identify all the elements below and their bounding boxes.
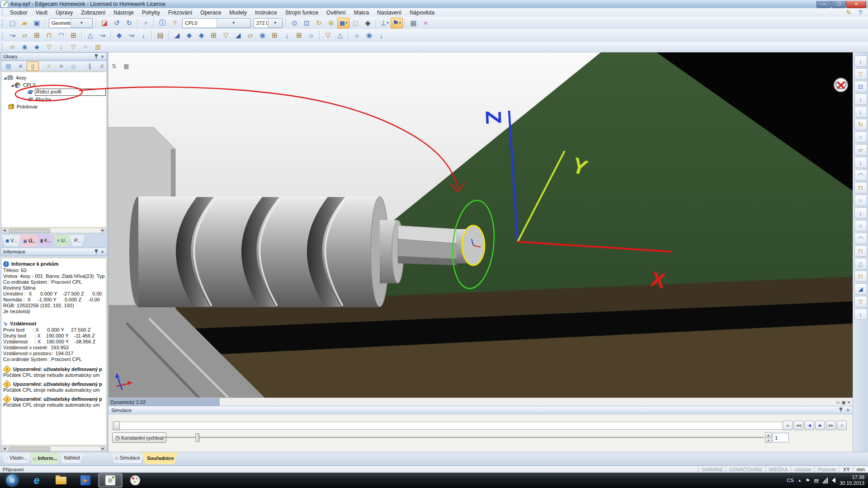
viewport-3d[interactable]: Z Y X Dynamický 2.02 ▭ ▣ ✕	[108, 52, 853, 406]
zoom-dynamic-icon[interactable]: ↓	[854, 94, 867, 105]
drill-cycle-icon[interactable]: ◢	[232, 30, 244, 41]
grid-toggle-icon[interactable]: ▽	[854, 296, 867, 307]
annotation-icon[interactable]: ↓	[375, 30, 387, 41]
frame-value-field[interactable]: 1	[773, 433, 789, 442]
pan-view-icon[interactable]: ↓	[854, 106, 867, 117]
material-icon[interactable]: ⊞	[67, 30, 80, 41]
menu-n-pov-da[interactable]: Nápověda	[406, 9, 439, 17]
show-hidden-icons[interactable]: ▲	[798, 479, 802, 483]
view-2d-icon[interactable]: △	[854, 258, 867, 269]
scroll-right-icon[interactable]: ▶	[100, 228, 106, 233]
section-view-icon[interactable]: ○	[351, 30, 363, 41]
close-panel-icon[interactable]: ✕	[846, 408, 850, 413]
menu-modely[interactable]: Modely	[225, 9, 251, 17]
plunge-icon[interactable]: ↓	[137, 30, 150, 41]
view-yz-icon[interactable]: ⊓	[854, 245, 867, 257]
step-forward-button[interactable]: ▶	[815, 421, 825, 430]
measure-query-icon[interactable]: ?	[169, 18, 181, 28]
stack-icon[interactable]: ≡	[14, 61, 27, 71]
view-front-icon[interactable]: ○	[854, 131, 867, 143]
status-toggle-polom-r[interactable]: Poloměr	[814, 466, 840, 473]
sim-tab-sou-adnice[interactable]: Souřadnice	[142, 452, 178, 464]
clipboard-icon[interactable]: ▤	[814, 478, 819, 483]
columns-icon[interactable]: ∥	[84, 61, 96, 71]
step-back-button[interactable]: ◀	[804, 421, 814, 430]
close-view-icon[interactable]: ✕	[847, 400, 851, 405]
status-toggle-sn-m-n[interactable]: SNÍMÁNÍ	[698, 466, 726, 473]
new-file-icon[interactable]: ▢	[6, 18, 19, 28]
view-right-icon[interactable]: ◠	[854, 169, 867, 181]
menu-vault[interactable]: Vault	[32, 9, 52, 17]
rapid-icon[interactable]: ◆	[113, 30, 125, 41]
feed-down-icon[interactable]: ▱	[6, 42, 19, 52]
sequence-icon[interactable]: ≡	[55, 61, 67, 71]
tree-item-ridici-profil[interactable]: Řídící profil	[2, 89, 106, 96]
menu-makra[interactable]: Makra	[350, 9, 373, 17]
minimize-button[interactable]: —	[816, 1, 831, 8]
grid-small-icon[interactable]: ▦	[120, 61, 132, 71]
render-view-icon[interactable]: ◆	[362, 18, 374, 28]
view-bottom-icon[interactable]: ○	[854, 195, 867, 206]
close-panel-icon[interactable]: ✕	[101, 249, 104, 254]
tree-item-plocha[interactable]: Plocha	[2, 96, 106, 103]
pin-icon[interactable]	[94, 249, 98, 254]
tree-item-polotovar[interactable]: Polotovar	[2, 103, 106, 110]
turn-rough-cycle-icon[interactable]: ◢	[171, 30, 183, 41]
action-center-flag-icon[interactable]: ⚑	[806, 478, 810, 483]
dimension-icon[interactable]: ◉	[363, 30, 375, 41]
swap-icon[interactable]: ⇅	[108, 61, 120, 71]
scroll-left-icon[interactable]: ◀	[1, 446, 8, 451]
volume-icon[interactable]	[832, 478, 835, 483]
undo-icon[interactable]: ↺	[111, 18, 123, 28]
eraser-icon[interactable]: ◪	[99, 18, 111, 28]
tool-post-icon[interactable]: ○	[80, 42, 92, 52]
menu-instrukce[interactable]: Instrukce	[251, 9, 281, 17]
turn-finish-cycle-icon[interactable]: ◆	[183, 30, 195, 41]
view-left-icon[interactable]: ↓	[854, 157, 867, 168]
view-back-icon[interactable]: ▱	[854, 144, 867, 155]
menu-zobrazen[interactable]: Zobrazení	[77, 9, 109, 17]
view-xz-icon[interactable]: ◠	[854, 233, 867, 244]
open-file-icon[interactable]: ▰	[19, 18, 31, 28]
maximize-view-icon[interactable]: ▣	[841, 400, 845, 405]
view-top-icon[interactable]: ⊓	[854, 182, 867, 193]
taskbar-paint[interactable]	[123, 474, 147, 487]
menu-pohyby[interactable]: Pohyby	[138, 9, 164, 17]
sim-zoom-button[interactable]: ◎	[837, 421, 847, 430]
panel-tab-vlastn[interactable]: Vlastn...	[2, 452, 31, 463]
menu-ov-en[interactable]: Ověření	[322, 9, 350, 17]
rotate-view-icon[interactable]: ↻	[313, 18, 325, 28]
taskbar-ie[interactable]: e	[25, 474, 48, 487]
jump-icon[interactable]: ◆	[31, 42, 43, 52]
stop-button[interactable]: ■	[783, 421, 793, 430]
zoom-window-icon[interactable]: ⊡	[301, 18, 313, 28]
status-toggle-xy[interactable]: XY	[840, 466, 853, 473]
pin-icon[interactable]	[94, 54, 98, 59]
rotate-view-icon[interactable]: ↻	[854, 119, 867, 130]
network-icon[interactable]	[823, 478, 828, 483]
nc-editor-icon[interactable]: ▤	[154, 30, 166, 41]
scroll-left-icon[interactable]: ◀	[1, 228, 8, 233]
cpl-align-icon[interactable]: ⊓	[854, 271, 867, 282]
export-move-icon[interactable]: ◉	[19, 42, 31, 52]
close-panel-icon[interactable]: ✕	[101, 54, 104, 59]
spin-up-icon[interactable]: ▲	[765, 432, 772, 437]
skip-start-button[interactable]: ◀◀	[793, 421, 803, 430]
constant-speed-button[interactable]: ◷ Konstantní rychlost	[112, 432, 166, 443]
status-toggle-vkl-dat[interactable]: Vkládat	[791, 466, 814, 473]
new-sequence-icon[interactable]: ↝	[6, 30, 19, 41]
zoom-icon[interactable]: ⊙	[288, 18, 301, 28]
menu-pravy[interactable]: Úpravy	[52, 9, 77, 17]
pan-icon[interactable]: ⊕	[325, 18, 337, 28]
speed-slider-track[interactable]	[163, 437, 764, 438]
diamond-icon[interactable]: ◇	[67, 61, 80, 71]
goto-target-icon[interactable]: ▽	[43, 42, 55, 52]
bore-cycle-icon[interactable]: ▱	[244, 30, 256, 41]
angle-combo[interactable]: 272.00▼	[254, 18, 283, 28]
grid-icon[interactable]: ▦	[407, 18, 420, 28]
progress-thumb[interactable]	[113, 421, 120, 430]
tree-label[interactable]: CPL0	[22, 82, 37, 88]
informace-hscrollbar[interactable]: ◀ ▶	[1, 446, 107, 451]
tree-label[interactable]: Plocha	[35, 97, 52, 102]
load-tool-icon[interactable]: ⊞	[31, 30, 43, 41]
